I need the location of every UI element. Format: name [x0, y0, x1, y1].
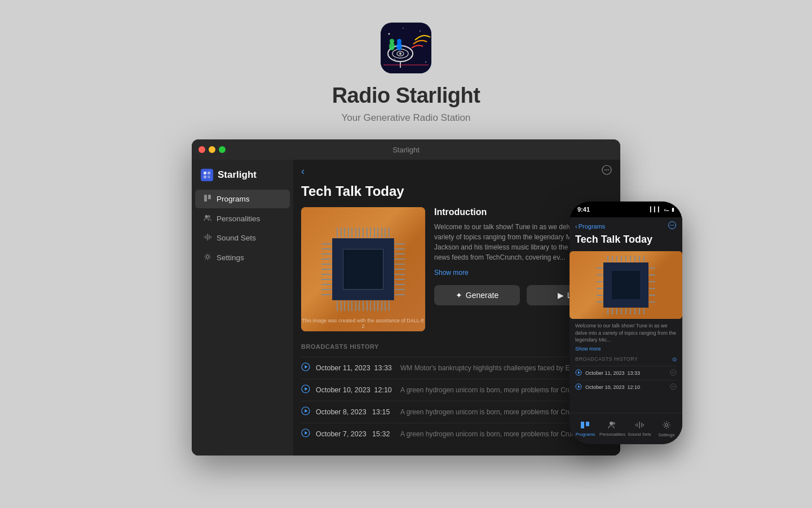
- mobile-soundsets-icon: [634, 421, 645, 431]
- app-icon-wrapper: [381, 23, 431, 73]
- broadcasts-title: BROADCASTS HISTORY: [301, 343, 602, 350]
- svg-point-25: [206, 256, 209, 259]
- cpu-chip-visual: [301, 207, 425, 331]
- mobile-program-title: Tech Talk Today: [575, 234, 677, 246]
- broadcasts-section: BROADCASTS HISTORY: [301, 340, 612, 445]
- chip-pins-bottom: [336, 301, 391, 311]
- svg-point-72: [673, 386, 673, 387]
- broadcast-play-icon-2[interactable]: [301, 406, 310, 418]
- mobile-status-icons: ▎▎▎ ⌳ ▮: [650, 207, 674, 212]
- image-caption: This image was created with the assistan…: [301, 318, 425, 329]
- sidebar-item-personalities[interactable]: Personalities: [195, 209, 290, 227]
- svg-rect-17: [204, 172, 206, 174]
- svg-marker-69: [578, 385, 580, 388]
- traffic-light-green[interactable]: [219, 146, 226, 153]
- window-title: Starlight: [392, 146, 420, 154]
- mobile-show-more[interactable]: Show more: [570, 346, 682, 352]
- mobile-tab-settings[interactable]: Settings: [653, 418, 680, 440]
- svg-point-5: [425, 62, 426, 63]
- svg-rect-74: [581, 422, 584, 428]
- broadcast-play-icon-0[interactable]: [301, 362, 310, 374]
- svg-point-6: [403, 28, 404, 29]
- program-title: Tech Talk Today: [293, 182, 620, 207]
- broadcast-date-2: October 8, 2023 13:15: [316, 408, 395, 416]
- svg-point-78: [665, 423, 668, 426]
- mobile-personalities-icon: [607, 421, 617, 431]
- mobile-broadcast-item-1: October 10, 2023 12:10: [575, 380, 677, 394]
- traffic-light-yellow[interactable]: [209, 146, 215, 153]
- mobile-back-button[interactable]: ‹ Programs: [575, 223, 605, 230]
- program-hero: This image was created with the assistan…: [301, 207, 612, 331]
- broadcast-desc-0: WM Motor's bankruptcy highlights challen…: [400, 364, 598, 372]
- sidebar-logo-icon: [201, 169, 213, 181]
- svg-rect-0: [381, 23, 431, 73]
- settings-label: Settings: [217, 253, 244, 262]
- svg-point-13: [390, 39, 394, 43]
- programs-label: Programs: [217, 195, 250, 203]
- broadcast-date-3: October 7, 2023 15:32: [316, 430, 395, 438]
- app-title: Radio Starlight: [332, 84, 480, 108]
- broadcast-play-icon-3[interactable]: [301, 428, 310, 440]
- svg-point-27: [604, 169, 606, 170]
- broadcasts-header: BROADCASTS HISTORY: [301, 340, 612, 352]
- mobile-more-button[interactable]: [668, 221, 677, 231]
- program-image: This image was created with the assistan…: [301, 207, 425, 331]
- mobile-broadcast-item-0: October 11, 2023 13:33: [575, 366, 677, 380]
- mobile-tab-soundsets-label: Sound Sets: [628, 432, 651, 437]
- mobile-broadcasts-more-icon[interactable]: ⊙: [672, 356, 677, 362]
- battery-icon: ▮: [672, 207, 674, 212]
- back-button[interactable]: ‹: [301, 165, 304, 177]
- mobile-broadcast-date-0: October 11, 2023 13:33: [585, 370, 667, 376]
- mobile-back-label: Programs: [579, 223, 606, 230]
- sidebar-item-soundsets[interactable]: Sound Sets: [195, 229, 290, 247]
- mobile-tab-programs-label: Programs: [576, 432, 595, 437]
- sidebar-title: Starlight: [218, 169, 257, 181]
- mobile-header: ‹ Programs Tech Talk Today: [570, 217, 682, 251]
- mobile-tab-personalities[interactable]: Personalities: [599, 419, 626, 439]
- mobile-play-icon-0[interactable]: [575, 369, 582, 377]
- svg-point-73: [674, 386, 674, 387]
- programs-icon: [203, 194, 212, 204]
- broadcast-desc-1: A green hydrogen unicorn is born, more p…: [400, 386, 598, 394]
- more-options-button[interactable]: [601, 164, 612, 178]
- settings-icon: [203, 253, 212, 262]
- chip-pins-right: [395, 242, 405, 297]
- svg-point-28: [606, 169, 607, 170]
- personalities-icon: [203, 214, 212, 223]
- mobile-broadcast-opts-0[interactable]: [670, 369, 677, 377]
- mobile-broadcast-date-1: October 10, 2023 12:10: [585, 384, 667, 390]
- mobile-tab-programs[interactable]: Programs: [572, 419, 599, 439]
- mobile-broadcast-opts-1[interactable]: [670, 383, 677, 391]
- sidebar-item-settings[interactable]: Settings: [195, 248, 290, 267]
- svg-point-60: [672, 225, 673, 226]
- screenshots-wrapper: Starlight Starlight: [192, 139, 620, 456]
- svg-point-77: [612, 422, 615, 424]
- broadcast-date-1: October 10, 2023 12:10: [316, 386, 395, 394]
- broadcast-item: October 7, 2023 15:32 A green hydrogen u…: [301, 423, 612, 445]
- svg-point-10: [399, 52, 401, 55]
- signal-bars-icon: ▎▎▎: [650, 207, 662, 212]
- mobile-broadcasts-title: BROADCASTS HISTORY: [575, 356, 672, 362]
- generate-button[interactable]: ✦ Generate: [434, 285, 520, 305]
- svg-point-15: [397, 39, 401, 43]
- mobile-status-bar: 9:41 ▎▎▎ ⌳ ▮: [570, 202, 682, 217]
- broadcast-desc-2: A green hydrogen unicorn is born, more p…: [400, 408, 598, 416]
- show-more-link[interactable]: Show more: [434, 269, 469, 277]
- mobile-intro-text: Welcome to our talk show! Tune in as we …: [570, 322, 682, 344]
- mobile-time: 9:41: [577, 206, 590, 213]
- svg-point-71: [672, 386, 673, 387]
- sidebar: Starlight Programs: [192, 160, 293, 456]
- mobile-play-icon-1[interactable]: [575, 383, 582, 391]
- mobile-program-image: [570, 251, 682, 319]
- svg-marker-63: [578, 371, 580, 374]
- soundsets-label: Sound Sets: [217, 234, 256, 242]
- traffic-light-red[interactable]: [198, 146, 205, 153]
- sidebar-item-programs[interactable]: Programs: [195, 190, 290, 208]
- soundsets-icon: [203, 233, 212, 243]
- mobile-tab-settings-label: Settings: [659, 432, 675, 437]
- svg-rect-22: [208, 195, 211, 199]
- mobile-tab-soundsets[interactable]: Sound Sets: [626, 419, 653, 439]
- app-subtitle: Your Generative Radio Station: [341, 112, 470, 124]
- mobile-nav: ‹ Programs: [575, 221, 677, 231]
- broadcast-play-icon-1[interactable]: [301, 384, 310, 396]
